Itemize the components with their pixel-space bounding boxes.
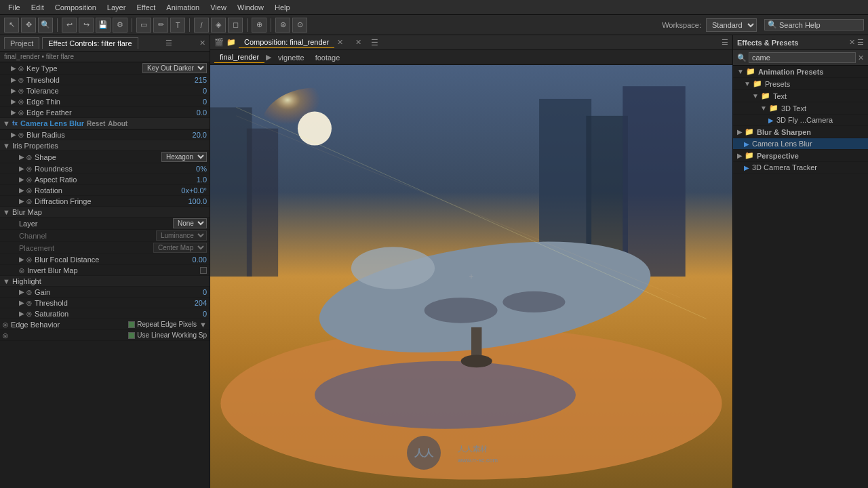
- ep-blur-sharpen[interactable]: ▶ 📁 Blur & Sharpen: [733, 126, 868, 138]
- ec-bm-layer-select[interactable]: None: [173, 218, 207, 228]
- rp-menu[interactable]: ☰: [857, 38, 864, 47]
- tool-save[interactable]: 💾: [96, 18, 111, 33]
- tool-move[interactable]: ✥: [21, 18, 36, 33]
- ec-threshold1-value[interactable]: 215: [195, 76, 207, 84]
- ep-3dtext[interactable]: ▼ 📁 3D Text: [733, 102, 868, 115]
- ec-breadcrumb: final_render • filter flare: [0, 52, 210, 62]
- ec-clb-about[interactable]: About: [108, 120, 127, 127]
- workspace-select[interactable]: Standard: [706, 18, 757, 32]
- ec-rotation-value[interactable]: 0x+0.0°: [181, 186, 207, 195]
- ec-sat-value[interactable]: 0: [203, 310, 207, 318]
- ep-perspective[interactable]: ▶ 📁 Perspective: [733, 150, 868, 162]
- rp-close[interactable]: ✕: [849, 38, 855, 47]
- tool-settings[interactable]: ⚙: [113, 18, 127, 33]
- ec-focal-label: Blur Focal Distance: [35, 256, 190, 264]
- ec-diff-value[interactable]: 100.0: [188, 197, 207, 205]
- ec-linear-checkbox[interactable]: [128, 332, 135, 339]
- menu-file[interactable]: File: [3, 2, 26, 13]
- ec-edgefeather-value[interactable]: 0.0: [197, 108, 207, 117]
- tool-undo[interactable]: ↩: [62, 18, 77, 33]
- ep-3dfly[interactable]: ▶ 3D Fly ...Camera: [733, 115, 868, 126]
- center-panel: 🎬 📁 Composition: final_render ✕ ✕ ☰ ☰ fi…: [210, 35, 732, 488]
- ep-3dtext-expand[interactable]: ▼: [760, 104, 767, 112]
- ec-roundness-icon: ◎: [26, 165, 32, 172]
- ec-blurrad-value[interactable]: 20.0: [193, 131, 207, 139]
- tool-eraser[interactable]: ◻: [228, 18, 243, 33]
- ep-animation-presets[interactable]: ▼ 📁 Animation Presets: [733, 66, 868, 78]
- tool-clone[interactable]: ◈: [211, 18, 226, 33]
- ec-tolerance-value[interactable]: 0: [203, 87, 207, 95]
- comp-menu[interactable]: ☰: [371, 38, 378, 47]
- rp-search-clear[interactable]: ✕: [858, 54, 864, 62]
- ec-iris-expand[interactable]: ▼: [3, 142, 10, 150]
- ec-shape-select[interactable]: Hexagon: [161, 152, 207, 162]
- comp-close[interactable]: ✕: [337, 38, 343, 47]
- ec-threshold2-value[interactable]: 204: [195, 299, 207, 307]
- tool-rect[interactable]: ▭: [136, 18, 151, 33]
- tool-puppet2[interactable]: ⊙: [292, 18, 307, 33]
- ec-use-linear: ◎ Use Linear Working Sp: [0, 330, 210, 341]
- ec-highlight-label: Highlight: [12, 277, 207, 285]
- ec-aspect-value[interactable]: 1.0: [197, 176, 207, 184]
- search-help-input[interactable]: [779, 21, 861, 29]
- menu-window[interactable]: Window: [232, 2, 269, 13]
- tool-text[interactable]: T: [170, 18, 185, 33]
- menu-edit[interactable]: Edit: [26, 2, 50, 13]
- comp-tab-x[interactable]: ✕: [350, 37, 367, 48]
- ec-iris-label: Iris Properties: [12, 142, 207, 150]
- ep-persp-expand[interactable]: ▶: [737, 152, 743, 159]
- ep-camera-lens-blur[interactable]: ▶ Camera Lens Blur: [733, 138, 868, 150]
- comp-tab-final-render[interactable]: Composition: final_render: [239, 37, 334, 48]
- ec-invert-checkbox[interactable]: [200, 267, 207, 274]
- tool-redo[interactable]: ↪: [79, 18, 94, 33]
- tab-project[interactable]: Project: [4, 37, 39, 49]
- menu-layer[interactable]: Layer: [102, 2, 132, 13]
- ec-clb-reset[interactable]: Reset: [87, 120, 105, 127]
- ec-edgebeh-checkbox[interactable]: [128, 321, 135, 328]
- comp-icon2: 📁: [226, 38, 236, 47]
- ec-keytype-select[interactable]: Key Out Darker: [142, 63, 207, 73]
- effects-presets-tree: ▼ 📁 Animation Presets ▼ 📁 Presets ▼ 📁 Te…: [733, 66, 868, 488]
- left-panel-close[interactable]: ✕: [199, 39, 205, 47]
- ec-edgebeh-dropdown[interactable]: ▼: [199, 321, 207, 329]
- tool-roto[interactable]: ⊕: [252, 18, 267, 33]
- ec-edgethin-value[interactable]: 0: [203, 98, 207, 106]
- tool-puppet[interactable]: ⊛: [275, 18, 290, 33]
- ep-text[interactable]: ▼ 📁 Text: [733, 90, 868, 102]
- ep-3dfly-icon: ▶: [768, 117, 774, 124]
- ec-gain-value[interactable]: 0: [203, 288, 207, 296]
- menu-effect[interactable]: Effect: [131, 2, 161, 13]
- tool-select[interactable]: ↖: [4, 18, 19, 33]
- menu-view[interactable]: View: [205, 2, 232, 13]
- comp-panel-menu[interactable]: ☰: [722, 38, 728, 47]
- svg-point-14: [425, 298, 498, 323]
- menu-help[interactable]: Help: [269, 2, 296, 13]
- ec-highlight-expand[interactable]: ▼: [3, 277, 10, 285]
- ec-clb-expand[interactable]: ▼: [3, 119, 10, 127]
- tool-search[interactable]: 🔍: [38, 18, 53, 33]
- menu-composition[interactable]: Composition: [50, 2, 102, 13]
- ep-anim-folder-icon: 📁: [746, 67, 755, 76]
- ec-blurmap-expand[interactable]: ▼: [3, 208, 10, 216]
- ec-section-camera-lens-blur: ▼ fx Camera Lens Blur Reset About: [0, 118, 210, 129]
- comp-subtab-final[interactable]: final_render: [214, 52, 264, 63]
- ec-bm-placement-label: Placement: [19, 244, 153, 252]
- tool-pen[interactable]: ✏: [153, 18, 168, 33]
- ep-3dcamtracker[interactable]: ▶ 3D Camera Tracker: [733, 162, 868, 174]
- rp-search-input[interactable]: [749, 52, 856, 63]
- comp-subtab-vignette[interactable]: vignette: [273, 52, 310, 63]
- ec-roundness-value[interactable]: 0%: [196, 165, 207, 173]
- ep-text-expand[interactable]: ▼: [752, 92, 759, 100]
- ep-presets-expand[interactable]: ▼: [744, 80, 751, 87]
- ec-diff-label: Diffraction Fringe: [35, 197, 185, 205]
- ec-focal-value[interactable]: 0.00: [193, 256, 207, 264]
- ep-anim-expand[interactable]: ▼: [737, 68, 744, 75]
- ep-blur-expand[interactable]: ▶: [737, 128, 743, 136]
- ec-edge-thin: ▶ ◎ Edge Thin 0: [0, 96, 210, 107]
- tool-brush[interactable]: /: [194, 18, 209, 33]
- menu-animation[interactable]: Animation: [161, 2, 205, 13]
- comp-subtab-footage[interactable]: footage: [310, 52, 346, 63]
- ep-presets[interactable]: ▼ 📁 Presets: [733, 78, 868, 90]
- left-panel-menu[interactable]: ☰: [165, 39, 172, 47]
- tab-effect-controls[interactable]: Effect Controls: filter flare: [42, 37, 138, 49]
